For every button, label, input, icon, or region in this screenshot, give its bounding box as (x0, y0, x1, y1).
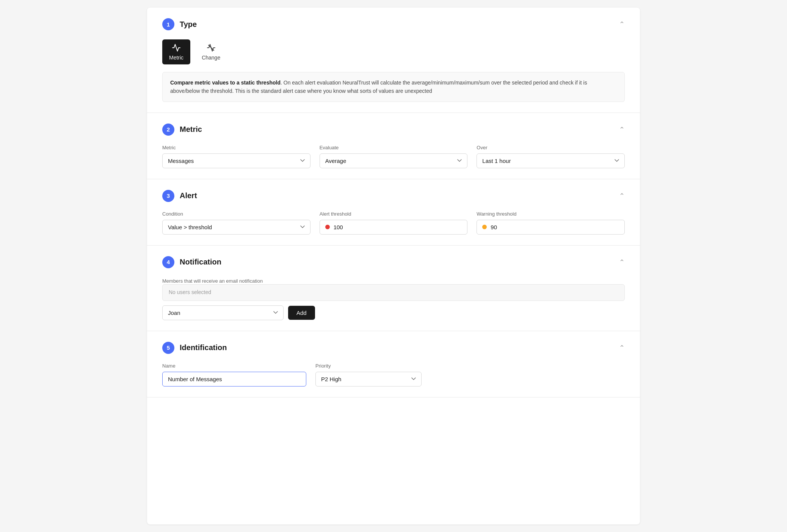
notification-section-title: Notification (180, 258, 221, 266)
add-user-row: Joan Add (162, 305, 625, 320)
alert-threshold-group: Alert threshold (320, 211, 468, 235)
condition-field-group: Condition Value > threshold (162, 211, 310, 235)
priority-select[interactable]: P2 High (315, 372, 422, 386)
evaluate-select[interactable]: Average (320, 153, 468, 168)
warning-threshold-input-wrapper (477, 220, 625, 235)
type-section-content: Metric Change Compare metric values to a… (162, 39, 625, 102)
type-section-chevron[interactable]: ⌃ (619, 20, 625, 28)
alert-threshold-input-wrapper (320, 220, 468, 235)
priority-field-label: Priority (315, 363, 422, 369)
identification-section-chevron[interactable]: ⌃ (619, 344, 625, 352)
metric-field-group: Metric Messages (162, 145, 310, 168)
metric-type-label: Metric (169, 55, 183, 61)
metric-section-content: Metric Messages Evaluate Average Over La… (162, 145, 625, 168)
metric-section: 2 Metric ⌃ Metric Messages Evaluate Aver… (147, 113, 640, 179)
step-badge-1: 1 (162, 18, 174, 30)
page-container: 1 Type ⌃ Metric Change (147, 8, 640, 524)
alert-section: 3 Alert ⌃ Condition Value > threshold Al… (147, 179, 640, 246)
alert-form-row: Condition Value > threshold Alert thresh… (162, 211, 625, 235)
metric-select[interactable]: Messages (162, 153, 310, 168)
alert-threshold-label: Alert threshold (320, 211, 468, 217)
over-field-label: Over (477, 145, 625, 150)
change-type-button[interactable]: Change (195, 39, 227, 64)
identification-section-header: 5 Identification ⌃ (162, 342, 625, 354)
type-info-box: Compare metric values to a static thresh… (162, 72, 625, 102)
change-type-label: Change (202, 55, 220, 61)
identification-header-left: 5 Identification (162, 342, 227, 354)
add-user-button[interactable]: Add (288, 306, 315, 320)
info-bold-text: Compare metric values to a static thresh… (170, 80, 281, 86)
name-field-label: Name (162, 363, 306, 369)
identification-section: 5 Identification ⌃ Name Priority P2 High (147, 331, 640, 397)
alert-section-content: Condition Value > threshold Alert thresh… (162, 211, 625, 235)
type-header-left: 1 Type (162, 18, 197, 30)
notification-section-header: 4 Notification ⌃ (162, 256, 625, 268)
condition-field-label: Condition (162, 211, 310, 217)
no-users-text: No users selected (169, 289, 211, 295)
alert-section-chevron[interactable]: ⌃ (619, 192, 625, 200)
step-badge-3: 3 (162, 190, 174, 202)
type-section: 1 Type ⌃ Metric Change (147, 8, 640, 113)
alert-threshold-input[interactable] (334, 224, 462, 230)
warning-threshold-label: Warning threshold (477, 211, 625, 217)
alert-header-left: 3 Alert (162, 190, 197, 202)
metric-field-label: Metric (162, 145, 310, 150)
step-badge-5: 5 (162, 342, 174, 354)
type-section-title: Type (180, 20, 197, 29)
step-badge-2: 2 (162, 124, 174, 136)
metric-form-row: Metric Messages Evaluate Average Over La… (162, 145, 625, 168)
type-section-header: 1 Type ⌃ (162, 18, 625, 30)
name-field-group: Name (162, 363, 306, 386)
metric-section-chevron[interactable]: ⌃ (619, 125, 625, 134)
svg-line-0 (209, 45, 214, 50)
user-select-wrap: Joan (162, 305, 284, 320)
users-box: No users selected (162, 284, 625, 301)
members-label: Members that will receive an email notif… (162, 278, 263, 284)
over-field-group: Over Last 1 hour (477, 145, 625, 168)
notification-header-left: 4 Notification (162, 256, 221, 268)
step-badge-4: 4 (162, 256, 174, 268)
notification-section-content: Members that will receive an email notif… (162, 277, 625, 320)
metric-header-left: 2 Metric (162, 124, 202, 136)
identification-form-row: Name Priority P2 High (162, 363, 625, 386)
user-select[interactable]: Joan (162, 305, 284, 320)
warning-dot-yellow (482, 225, 487, 229)
evaluate-field-group: Evaluate Average (320, 145, 468, 168)
metric-type-button[interactable]: Metric (162, 39, 190, 64)
alert-section-title: Alert (180, 191, 197, 200)
metric-section-header: 2 Metric ⌃ (162, 124, 625, 136)
priority-field-group: Priority P2 High (315, 363, 422, 386)
alert-dot-red (325, 225, 330, 229)
type-buttons-group: Metric Change (162, 39, 625, 64)
evaluate-field-label: Evaluate (320, 145, 468, 150)
change-icon (207, 43, 216, 52)
condition-select[interactable]: Value > threshold (162, 220, 310, 235)
notification-section-chevron[interactable]: ⌃ (619, 258, 625, 266)
identification-section-content: Name Priority P2 High (162, 363, 625, 386)
metric-section-title: Metric (180, 125, 202, 134)
identification-section-title: Identification (180, 343, 227, 352)
notification-section: 4 Notification ⌃ Members that will recei… (147, 246, 640, 331)
metric-icon (172, 43, 181, 52)
warning-threshold-input[interactable] (491, 224, 619, 230)
warning-threshold-group: Warning threshold (477, 211, 625, 235)
alert-section-header: 3 Alert ⌃ (162, 190, 625, 202)
over-select[interactable]: Last 1 hour (477, 153, 625, 168)
name-input[interactable] (162, 372, 306, 386)
